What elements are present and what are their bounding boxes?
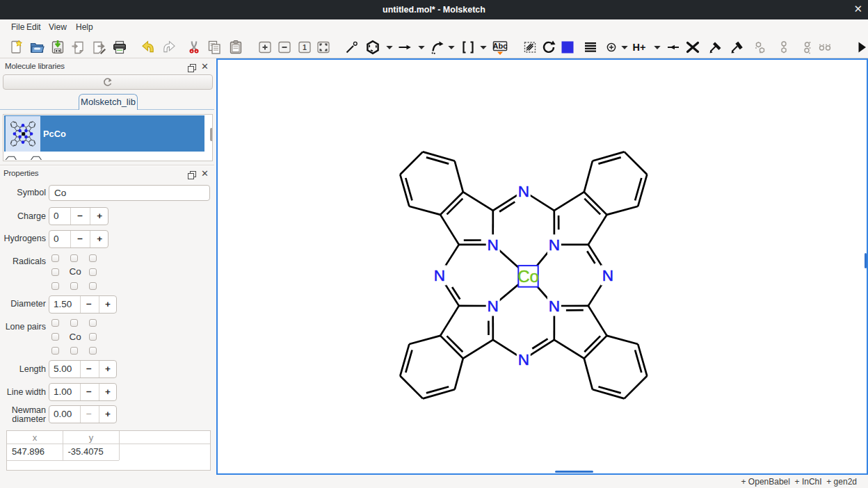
svg-text:Co: Co: [517, 267, 539, 286]
svg-text:N: N: [602, 267, 613, 284]
svg-text:N: N: [487, 236, 498, 254]
svg-text:N: N: [517, 351, 529, 368]
svg-text:N: N: [548, 298, 559, 315]
svg-text:N: N: [548, 236, 559, 254]
svg-text:1: 1: [303, 43, 307, 51]
svg-text:N: N: [487, 298, 498, 315]
svg-text:N: N: [517, 183, 529, 200]
svg-text:N: N: [433, 267, 444, 284]
svg-text:H+: H+: [633, 42, 646, 53]
svg-text:Abc: Abc: [492, 42, 507, 50]
